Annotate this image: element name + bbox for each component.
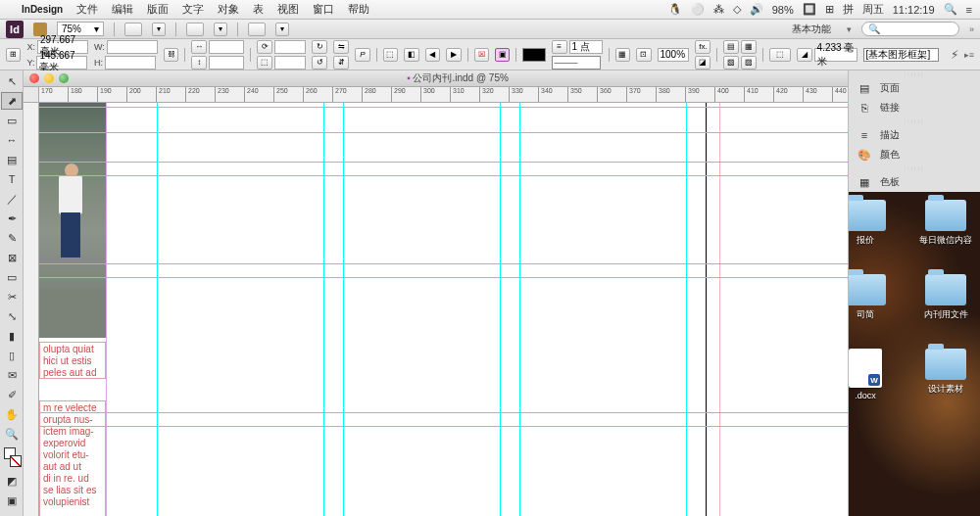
desktop-file[interactable]: .docx — [849, 349, 888, 400]
wifi-icon[interactable]: ◇ — [733, 3, 741, 16]
opacity-input[interactable]: 100% — [658, 48, 690, 62]
wrap-none-icon[interactable]: ▤ — [723, 40, 739, 54]
menu-help[interactable]: 帮助 — [348, 2, 369, 17]
time-label[interactable]: 11:12:19 — [893, 4, 935, 16]
wrap-jump-icon[interactable]: ▨ — [741, 56, 757, 70]
panel-grip-icon[interactable]: :::::: — [849, 117, 980, 125]
stroke-weight-input[interactable]: 1 点 — [569, 40, 603, 54]
flip-h-icon[interactable]: ⇋ — [333, 40, 349, 54]
volume-icon[interactable]: 🔊 — [750, 3, 763, 16]
scissors-tool[interactable]: ✂ — [1, 288, 23, 305]
desktop-folder[interactable]: 内刊用文件 — [923, 274, 968, 321]
wrap-shape-icon[interactable]: ▧ — [723, 56, 739, 70]
gradient-swatch-tool[interactable]: ▮ — [1, 327, 23, 345]
arrange-icon[interactable] — [248, 23, 266, 36]
stroke-swatch-icon[interactable]: ▣ — [495, 48, 510, 62]
shear-input[interactable] — [274, 56, 306, 70]
horizontal-ruler[interactable]: 1701801902002102202302402502602702802903… — [39, 87, 848, 103]
menu-window[interactable]: 窗口 — [313, 2, 334, 17]
panel-color[interactable]: 🎨颜色 — [849, 145, 980, 164]
corner-options-icon[interactable]: ⬚ — [769, 48, 790, 62]
y-input[interactable]: 145.667 毫米 — [36, 56, 87, 70]
ruler-origin[interactable] — [24, 87, 39, 103]
notification-icon[interactable]: ≡ — [966, 4, 972, 16]
rectangle-tool[interactable]: ▭ — [1, 268, 23, 286]
screen-mode-tool[interactable]: ▣ — [1, 492, 23, 509]
text-frame[interactable]: m re velecte orupta nus- ictem imag- exp… — [39, 400, 106, 516]
page-spread[interactable]: olupta quiat hici ut estis peles aut ad … — [39, 103, 848, 516]
view-options-icon[interactable] — [124, 23, 142, 36]
document-canvas[interactable]: 1701801902002102202302402502602702802903… — [24, 87, 848, 516]
select-next-icon[interactable]: ▶ — [446, 48, 461, 62]
scale-y-input[interactable] — [209, 56, 244, 70]
search-input[interactable]: 🔍 — [861, 22, 959, 36]
panel-swatches[interactable]: ▦色板 — [849, 172, 980, 192]
flip-v-icon[interactable]: ⇵ — [333, 56, 349, 70]
menu-type[interactable]: 文字 — [182, 2, 204, 17]
h-input[interactable] — [105, 56, 156, 70]
type-tool[interactable]: T — [1, 170, 23, 188]
bluetooth-icon[interactable]: ⚪ — [691, 3, 705, 16]
line-tool[interactable]: ／ — [1, 190, 23, 208]
scale-x-input[interactable] — [209, 40, 244, 54]
object-style-dropdown[interactable]: [基本图形框架] — [863, 48, 939, 62]
panel-grip-icon[interactable]: :::::: — [849, 164, 980, 172]
text-frame[interactable]: olupta quiat hici ut estis peles aut ad — [39, 342, 106, 379]
gap-tool[interactable]: ↔ — [1, 131, 23, 149]
p-icon[interactable]: P — [355, 48, 369, 62]
control-menu-icon[interactable]: ▸≡ — [964, 50, 974, 60]
rotate-input[interactable] — [274, 40, 306, 54]
screen-mode-dropdown-icon[interactable]: ▾ — [214, 23, 227, 36]
selection-tool[interactable]: ↖ — [1, 72, 23, 90]
menu-file[interactable]: 文件 — [76, 2, 98, 17]
content-collector-tool[interactable]: ▤ — [1, 151, 23, 168]
note-tool[interactable]: ✉ — [1, 366, 23, 384]
fit-content-icon[interactable]: ⊡ — [636, 48, 651, 62]
minimize-window-icon[interactable] — [44, 73, 54, 83]
rotate-cw-icon[interactable]: ↻ — [312, 40, 327, 54]
pen-tool[interactable]: ✒ — [1, 210, 23, 227]
hand-tool[interactable]: ✋ — [1, 405, 23, 423]
w-input[interactable] — [107, 40, 158, 54]
menu-object[interactable]: 对象 — [218, 2, 239, 17]
panel-links[interactable]: ⎘链接 — [849, 98, 980, 117]
zoom-window-icon[interactable] — [59, 73, 69, 83]
screen-mode-icon[interactable] — [186, 23, 204, 36]
menu-layout[interactable]: 版面 — [147, 2, 169, 17]
page-tool[interactable]: ▭ — [1, 112, 23, 129]
stroke-style-dropdown[interactable]: ——— — [552, 56, 601, 70]
panel-grip-icon[interactable]: :::::: — [849, 70, 980, 78]
gradient-feather-tool[interactable]: ▯ — [1, 347, 23, 364]
select-content-icon[interactable]: ◧ — [404, 48, 418, 62]
placed-image[interactable] — [39, 103, 106, 338]
menu-edit[interactable]: 编辑 — [112, 2, 133, 17]
wrap-bbox-icon[interactable]: ▦ — [741, 40, 757, 54]
constrain-icon[interactable]: ⛓ — [164, 48, 178, 62]
panel-pages[interactable]: ▤页面 — [849, 78, 980, 98]
fill-stroke-swap[interactable] — [1, 445, 23, 470]
arrange-dropdown-icon[interactable]: ▾ — [275, 23, 289, 36]
reference-point-icon[interactable]: ⊞ — [6, 48, 21, 62]
desktop-folder[interactable]: 司简 — [849, 274, 888, 321]
eyedropper-tool[interactable]: ✐ — [1, 386, 23, 403]
rotate-ccw-icon[interactable]: ↺ — [312, 56, 327, 70]
view-dropdown-icon[interactable]: ▾ — [152, 23, 166, 36]
fill-none-icon[interactable]: ☒ — [474, 48, 489, 62]
app-name[interactable]: InDesign — [22, 4, 63, 15]
bt-icon[interactable]: ⁂ — [713, 3, 724, 16]
grid-icon[interactable]: ⊞ — [825, 3, 834, 16]
spotlight-icon[interactable]: 🔍 — [944, 3, 957, 16]
close-window-icon[interactable] — [29, 73, 39, 83]
desktop-folder[interactable]: 报价 — [849, 200, 888, 247]
battery-icon[interactable]: 🔲 — [803, 3, 816, 16]
menu-table[interactable]: 表 — [253, 2, 264, 17]
desktop-folder[interactable]: 每日微信内容 — [923, 200, 968, 247]
quick-apply-icon[interactable]: ⚡︎ — [951, 48, 958, 62]
free-transform-tool[interactable]: ⤡ — [1, 307, 23, 325]
panel-stroke[interactable]: ≡描边 — [849, 125, 980, 145]
workspace-switcher[interactable]: 基本功能 — [786, 23, 837, 36]
pencil-tool[interactable]: ✎ — [1, 229, 23, 247]
qq-icon[interactable]: 🐧 — [668, 3, 682, 16]
corner-size-input[interactable]: 4.233 毫米 — [814, 48, 858, 62]
drop-shadow-icon[interactable]: ◪ — [695, 56, 710, 70]
